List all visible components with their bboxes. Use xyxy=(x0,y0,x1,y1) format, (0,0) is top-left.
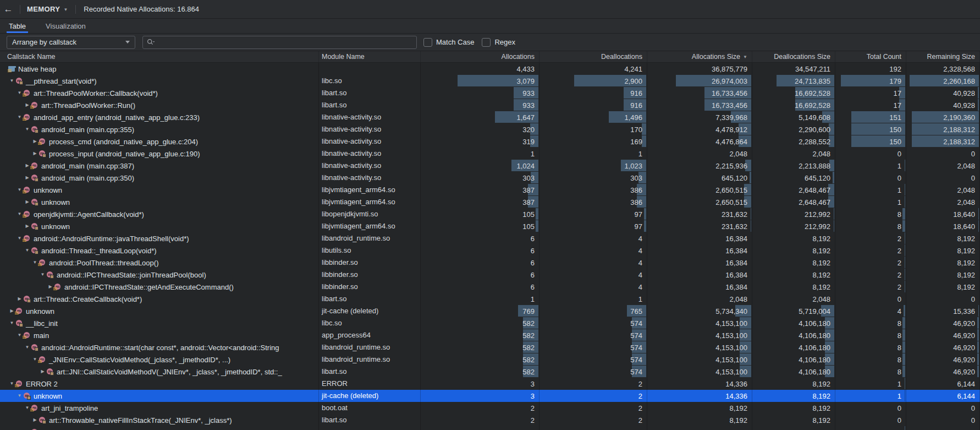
collapse-arrow-icon[interactable]: ▼ xyxy=(16,87,23,99)
table-row[interactable]: ▼mart::ThreadPoolWorker::Callback(void*)… xyxy=(0,87,980,99)
collapse-arrow-icon[interactable]: ▼ xyxy=(40,269,46,281)
table-row[interactable]: ▶mprocess_cmd (android_native_app_glue.c… xyxy=(0,135,980,148)
column-header-allocations-size[interactable]: Allocations Size▼ xyxy=(647,51,752,62)
table-row[interactable]: ▶mandroid::IPCThreadState::getAndExecute… xyxy=(0,281,980,293)
table-row[interactable]: Native heap4,4334,24136,875,77934,547,21… xyxy=(0,63,980,75)
table-row[interactable]: ▼mandroid::Thread::_threadLoop(void*)lib… xyxy=(0,244,980,257)
table-row[interactable]: ▼mandroid_main (main.cpp:355)libnative-a… xyxy=(0,123,980,135)
value-text: 645,120 xyxy=(805,174,835,182)
expand-arrow-icon[interactable]: ▶ xyxy=(47,281,53,293)
table-row[interactable]: ▶munknownlibjvmtiagent_arm64.so3873862,6… xyxy=(0,196,980,208)
expand-arrow-icon[interactable]: ▶ xyxy=(24,172,30,184)
collapse-arrow-icon[interactable]: ▼ xyxy=(16,232,23,244)
collapse-arrow-icon[interactable]: ▼ xyxy=(9,75,15,87)
collapse-arrow-icon[interactable]: ▼ xyxy=(24,244,30,257)
collapse-arrow-icon[interactable]: ▼ xyxy=(24,402,30,414)
column-header-deallocations[interactable]: Deallocations xyxy=(539,51,647,62)
value-cell: 2,650,515 xyxy=(647,184,752,196)
match-case-checkbox[interactable] xyxy=(423,38,432,47)
module-name: libnative-activity.so xyxy=(319,173,381,182)
table-row[interactable]: ▼mandroid::AndroidRuntime::javaThreadShe… xyxy=(0,232,980,244)
table-row[interactable]: ▼m__pthread_start(void*)libc.so3,0792,90… xyxy=(0,75,980,87)
expand-arrow-icon[interactable]: ▶ xyxy=(32,148,38,160)
value-cell: 8,192 xyxy=(752,257,835,269)
expand-arrow-icon[interactable]: ▶ xyxy=(24,220,30,232)
column-header-total-count[interactable]: Total Count xyxy=(835,51,906,62)
collapse-arrow-icon[interactable]: ▼ xyxy=(24,426,30,430)
expand-arrow-icon[interactable]: ▶ xyxy=(32,414,38,426)
table-row[interactable]: ▶mart::Thread::CreateCallback(void*)liba… xyxy=(0,293,980,305)
table-row[interactable]: ▼mandroid::AndroidRuntime::start(char co… xyxy=(0,341,980,353)
column-header-remaining-size[interactable]: Remaining Size xyxy=(906,51,980,62)
callstack-cell: ▼mandroid::AndroidRuntime::start(char co… xyxy=(0,341,319,353)
expand-arrow-icon[interactable]: ▶ xyxy=(9,305,15,317)
expand-arrow-icon[interactable]: ▶ xyxy=(16,293,23,305)
table-row[interactable]: ▼m__libc_initlibc.so5825744,153,1004,106… xyxy=(0,317,980,329)
table-row[interactable]: ▼mandroid::IPCThreadState::joinThreadPoo… xyxy=(0,269,980,281)
collapse-arrow-icon[interactable]: ▼ xyxy=(16,390,23,402)
value-text: 1 xyxy=(898,162,906,170)
table-row[interactable]: ▶mprocess_input (android_native_app_glue… xyxy=(0,148,980,160)
collapse-arrow-icon[interactable]: ▼ xyxy=(32,257,38,269)
table-row[interactable]: ▶mandroid_main (main.cpp:387)libnative-a… xyxy=(0,160,980,172)
table-row[interactable]: ▶munknownlibjvmtiagent_arm64.so10597231,… xyxy=(0,220,980,232)
collapse-arrow-icon[interactable]: ▼ xyxy=(32,353,38,366)
table-row[interactable]: ▼munknownlibjvmtiagent_arm64.so3873862,6… xyxy=(0,184,980,196)
regex-option[interactable]: Regex xyxy=(482,38,523,47)
regex-checkbox[interactable] xyxy=(482,38,491,47)
collapse-arrow-icon[interactable]: ▼ xyxy=(24,123,30,135)
expand-arrow-icon[interactable]: ▶ xyxy=(32,135,38,148)
table-row[interactable]: ▶mart::JNI::CallStaticVoidMethodV(_JNIEn… xyxy=(0,366,980,378)
table-row[interactable]: ▼m_JNIEnv::CallStaticVoidMethod(_jclass*… xyxy=(0,353,980,366)
collapse-arrow-icon[interactable]: ▼ xyxy=(16,184,23,196)
table-row[interactable]: ▼m106,144016,144 xyxy=(0,426,980,430)
arrange-dropdown[interactable]: Arrange by callstack xyxy=(7,36,135,49)
expand-arrow-icon[interactable]: ▶ xyxy=(24,160,30,172)
table-row[interactable]: ▼mandroid_app_entry (android_native_app_… xyxy=(0,111,980,123)
collapse-arrow-icon[interactable]: ▼ xyxy=(9,378,15,390)
value-text: 2 xyxy=(898,235,906,243)
column-header-allocations[interactable]: Allocations xyxy=(421,51,539,62)
expand-arrow-icon[interactable]: ▶ xyxy=(40,366,46,378)
expand-arrow-icon[interactable]: ▶ xyxy=(24,99,30,111)
collapse-arrow-icon[interactable]: ▼ xyxy=(16,111,23,123)
table-row[interactable]: ▼mandroid::PoolThread::threadLoop()libbi… xyxy=(0,257,980,269)
back-button[interactable]: ← xyxy=(0,0,16,18)
value-text: 387 xyxy=(522,198,539,206)
tab-visualization[interactable]: Visualization xyxy=(43,19,88,33)
table-row[interactable]: ▶munknownjit-cache (deleted)7697655,734,… xyxy=(0,305,980,317)
value-text: 6 xyxy=(531,247,539,255)
value-cell: 4,106,180 xyxy=(752,353,835,366)
chevron-down-icon[interactable]: ▼ xyxy=(63,7,68,12)
value-cell: 14,336 xyxy=(647,390,752,402)
search-box[interactable] xyxy=(142,36,417,49)
table-row[interactable]: ▼mopenjdkjvmti::AgentCallback(void*)libo… xyxy=(0,208,980,220)
table-row[interactable]: ▶mart::Throwable_nativeFillInStackTrace(… xyxy=(0,414,980,426)
table-row[interactable]: ▶mandroid_main (main.cpp:350)libnative-a… xyxy=(0,172,980,184)
value-text: 36,875,779 xyxy=(712,65,752,73)
value-text: 231,632 xyxy=(722,210,752,219)
value-text: 4,106,180 xyxy=(799,344,835,352)
table-row[interactable]: ▶mart::ThreadPoolWorker::Run()libart.so9… xyxy=(0,99,980,111)
callstack-name: android_app_entry (android_native_app_gl… xyxy=(34,113,200,122)
collapse-arrow-icon[interactable]: ▼ xyxy=(16,208,23,220)
value-cell: 6,144 xyxy=(906,378,980,390)
table-row[interactable]: ▼mmainapp_process645825744,153,1004,106,… xyxy=(0,329,980,341)
match-case-option[interactable]: Match Case xyxy=(423,38,482,47)
search-input[interactable] xyxy=(155,37,416,47)
table-row[interactable]: ▼mERROR 2ERROR3214,3368,19216,144 xyxy=(0,378,980,390)
collapse-arrow-icon[interactable]: ▼ xyxy=(16,329,23,341)
callstack-name: android::PoolThread::threadLoop() xyxy=(49,259,158,267)
value-text: 2,188,312 xyxy=(943,126,979,134)
column-header-module-name[interactable]: Module Name xyxy=(319,51,421,62)
tab-table[interactable]: Table xyxy=(7,19,28,33)
collapse-arrow-icon[interactable]: ▼ xyxy=(24,341,30,353)
expand-arrow-icon[interactable]: ▶ xyxy=(24,196,30,208)
column-header-deallocations-size[interactable]: Deallocations Size xyxy=(752,51,835,62)
table-row[interactable]: ▼munknownjit-cache (deleted)3214,3368,19… xyxy=(0,390,980,402)
callstack-cell: ▶mprocess_input (android_native_app_glue… xyxy=(0,148,319,160)
table-row[interactable]: ▼mart_jni_trampolineboot.oat228,1928,192… xyxy=(0,402,980,414)
collapse-arrow-icon[interactable]: ▼ xyxy=(9,317,15,329)
module-cell: jit-cache (deleted) xyxy=(319,305,421,317)
column-header-callstack-name[interactable]: Callstack Name xyxy=(0,51,319,62)
